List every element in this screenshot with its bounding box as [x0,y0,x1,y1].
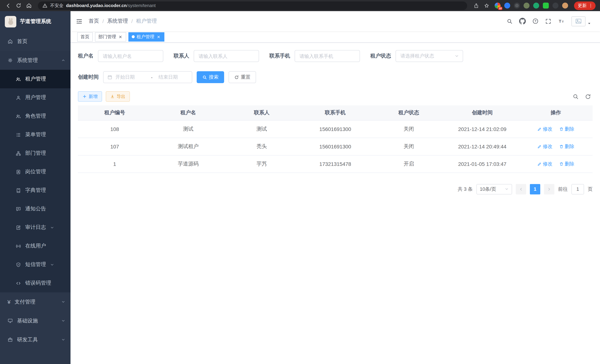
contact-input[interactable] [194,50,259,62]
calendar-icon [107,75,112,80]
svg-text:?: ? [534,19,536,23]
col-tenant-id: 租户编号 [78,105,151,120]
breadcrumb-home[interactable]: 首页 [89,18,99,25]
table-row: 108 测试 测试 15601691300 关闭 2021-12-14 21:0… [78,120,593,138]
edit-button[interactable]: 修改 [537,143,553,150]
back-icon[interactable] [4,2,12,9]
delete-button[interactable]: 删除 [559,126,574,132]
sidebar-group-infrastructure[interactable]: 基础设施 [0,311,71,330]
extension-olive-icon[interactable] [524,3,529,9]
sidebar-fold-icon[interactable] [76,18,83,25]
profile-avatar-icon[interactable] [562,3,568,9]
menu-list-icon [16,132,21,138]
extension-dark-icon[interactable] [553,3,558,9]
filter-row-2: 创建时间 开始日期 - 结束日期 搜索 重置 [78,71,593,83]
sidebar-item-post[interactable]: 岗位管理 [0,162,71,181]
badge-icon [16,169,21,175]
phone-input[interactable] [295,50,360,62]
download-icon [110,94,115,99]
user-avatar-menu[interactable] [572,16,591,26]
sidebar-item-dept[interactable]: 部门管理 [0,144,71,162]
share-icon[interactable] [472,2,480,9]
delete-button[interactable]: 删除 [559,143,574,150]
table-refresh-icon[interactable] [585,93,591,100]
add-button[interactable]: 新增 [78,91,102,102]
extension-blue-icon[interactable] [504,3,510,9]
address-bar[interactable]: 不安全 dashboard.yudao.iocoder.cn/system/te… [38,1,467,10]
reload-icon[interactable] [15,2,22,9]
chevron-right-icon [547,187,551,191]
tenant-name-input[interactable] [98,50,163,62]
app-logo[interactable]: 芋道管理系统 [0,11,71,32]
bookmark-star-icon[interactable] [483,2,490,9]
status-select[interactable]: 请选择租户状态 [395,50,463,62]
sidebar-item-user[interactable]: 用户管理 [0,88,71,107]
cell-phone: 15601691300 [299,120,372,138]
edit-button[interactable]: 修改 [537,126,553,132]
browser-update-button[interactable]: 更新 [574,1,596,10]
sidebar-item-dict[interactable]: 字典管理 [0,181,71,200]
trash-icon [559,144,564,149]
cell-contact: 芋艿 [225,155,299,173]
sidebar-item-audit-log[interactable]: 审计日志 [0,218,71,237]
sidebar-group-system[interactable]: 系统管理 [0,51,71,70]
extension-green-check-icon[interactable] [533,3,539,9]
close-icon[interactable] [118,34,123,39]
reset-button[interactable]: 重置 [229,71,256,83]
edit-doc-icon [16,225,21,230]
tab-dept[interactable]: 部门管理 [95,32,126,41]
sidebar-group-devtools[interactable]: 研发工具 [0,330,71,349]
extension-pinwheel-icon[interactable]: 10 [495,3,501,9]
extension-green-square-icon[interactable] [543,3,549,9]
page-size-select[interactable]: 10条/页 [477,184,512,194]
fullscreen-icon[interactable] [545,18,551,24]
user-icon [16,95,21,100]
sidebar-group-payment[interactable]: ¥ 支付管理 [0,292,71,311]
header-search-icon[interactable] [506,18,513,24]
prev-page-button[interactable] [516,184,526,194]
cell-tenant-name: 测试租户 [151,138,225,155]
tab-tenant[interactable]: 租户管理 [128,32,164,41]
breadcrumb-separator: / [103,18,104,24]
chevron-down-icon [50,225,54,230]
search-button[interactable]: 搜索 [197,71,224,83]
sidebar-item-tenant[interactable]: 租户管理 [0,70,71,88]
cell-actions: 修改删除 [519,120,593,138]
breadcrumb-separator: / [131,18,133,24]
sidebar-item-online-users[interactable]: 在线用户 [0,237,71,255]
next-page-button[interactable] [544,184,554,194]
create-time-range-picker[interactable]: 开始日期 - 结束日期 [103,71,192,83]
github-icon[interactable] [519,18,526,25]
cell-actions: 修改删除 [519,138,593,155]
tab-home[interactable]: 首页 [77,32,93,41]
status-label: 租户状态 [370,53,391,59]
edit-button[interactable]: 修改 [537,160,553,167]
date-start-placeholder: 开始日期 [115,74,149,81]
extension-dark-ring-icon[interactable] [514,3,520,9]
warning-icon [42,3,47,8]
delete-button[interactable]: 删除 [559,160,574,167]
help-icon[interactable]: ? [532,18,539,25]
sidebar-item-role[interactable]: 角色管理 [0,107,71,125]
close-icon[interactable] [156,34,161,39]
home-icon[interactable] [25,2,33,9]
table-row: 1 芋道源码 芋艿 17321315478 开启 2021-01-05 17:0… [78,155,593,173]
goto-page-input[interactable] [572,184,584,194]
search-icon [202,75,207,80]
sidebar-item-sms[interactable]: 短信管理 [0,255,71,274]
signal-icon [16,243,21,249]
monitor-icon [7,318,13,324]
export-button[interactable]: 导出 [106,91,130,102]
sidebar-item-notice[interactable]: 通知公告 [0,200,71,218]
table-search-toggle-icon[interactable] [572,93,579,100]
sidebar-item-menu[interactable]: 菜单管理 [0,125,71,144]
font-size-icon[interactable]: TT [558,18,565,25]
refresh-icon [234,75,239,80]
pagination: 共 3 条 10条/页 1 前往 页 [78,184,593,194]
sidebar-item-error-code[interactable]: 错误码管理 [0,274,71,292]
cell-created: 2021-01-05 17:03:47 [445,155,519,173]
message-icon [16,206,21,212]
sidebar-item-home[interactable]: 首页 [0,32,71,51]
page-number-1[interactable]: 1 [530,184,540,194]
breadcrumb-system[interactable]: 系统管理 [107,18,128,25]
